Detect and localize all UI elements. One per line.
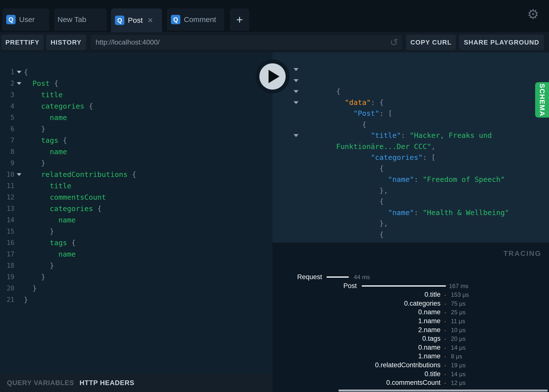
query-badge-icon: Q: [171, 15, 180, 24]
tab-user[interactable]: Q User: [2, 8, 49, 31]
trace-row: 0.relatedContributions - 19 μs: [273, 361, 549, 370]
line-number: 3: [0, 89, 14, 100]
add-tab-button[interactable]: +: [230, 8, 249, 31]
line-number: 19: [0, 271, 14, 283]
horizontal-scrollbar[interactable]: [338, 390, 548, 392]
response-row: },: [273, 163, 549, 174]
trace-label: Request: [273, 273, 322, 282]
fold-column: [14, 112, 24, 123]
collapse-arrow-icon[interactable]: [294, 79, 299, 82]
code-line: 21 }: [0, 294, 273, 305]
share-playground-button[interactable]: SHARE PLAYGROUND: [459, 35, 544, 50]
code-text: }: [24, 294, 28, 305]
collapse-arrow-icon[interactable]: [294, 134, 299, 137]
trace-dash: -: [442, 308, 448, 317]
trace-label: 0.name: [273, 308, 440, 317]
code-line: 10 relatedContributions {: [0, 169, 273, 180]
code-text: name: [24, 248, 76, 260]
code-line: 13 categories {: [0, 203, 273, 214]
trace-label: 1.name: [273, 317, 440, 326]
settings-gear-icon[interactable]: ⚙: [527, 6, 539, 22]
history-button[interactable]: HISTORY: [46, 35, 86, 50]
line-number: 18: [0, 260, 14, 271]
trace-dash: -: [442, 343, 448, 352]
collapse-arrow-icon[interactable]: [294, 68, 299, 71]
response-row: ]: [273, 240, 549, 243]
schema-side-tab-label: SCHEMA: [538, 83, 546, 116]
trace-row: 1.name - 11 μs: [273, 317, 549, 326]
trace-dash: -: [442, 317, 448, 326]
query-variables-tab[interactable]: QUERY VARIABLES: [7, 379, 74, 387]
code-line: 12 commentsCount: [0, 192, 273, 203]
fold-column: [14, 78, 24, 89]
query-editor[interactable]: 1 { 2 Post { 3 title 4 categories {: [0, 52, 273, 374]
trace-row: 0.commentsCount - 12 μs: [273, 378, 549, 387]
fold-column: [14, 283, 24, 294]
tracing-rows: Request 44 ms Post 167 ms 0.title - 153 …: [273, 273, 549, 387]
line-number: 17: [0, 248, 14, 260]
collapse-arrow-icon[interactable]: [294, 101, 299, 104]
copy-curl-button[interactable]: COPY CURL: [406, 35, 456, 50]
code-line: 16 tags {: [0, 237, 273, 248]
trace-dash: -: [442, 334, 448, 343]
response-viewer: { "data": { "Post": [ { "title": "Ha: [273, 52, 549, 243]
tab-label: Post: [128, 16, 143, 24]
query-badge-icon: Q: [115, 16, 124, 25]
prettify-button[interactable]: PRETTIFY: [1, 35, 44, 50]
code-line: 7 tags {: [0, 135, 273, 146]
plus-icon: +: [236, 14, 243, 25]
close-icon[interactable]: ×: [148, 16, 153, 25]
code-text: relatedContributions {: [24, 169, 136, 180]
trace-duration: 75 μs: [451, 299, 466, 308]
fold-column: [14, 100, 24, 112]
code-line: 6 }: [0, 123, 273, 135]
trace-dash: -: [442, 290, 448, 299]
line-number: 15: [0, 226, 14, 237]
trace-row: 0.name - 14 μs: [273, 343, 549, 352]
trace-label: 0.relatedContributions: [273, 361, 440, 370]
trace-label: 1.name: [273, 352, 440, 361]
fold-column: [14, 157, 24, 169]
fold-arrow-icon[interactable]: [17, 71, 21, 74]
trace-dash: -: [442, 370, 448, 379]
line-number: 7: [0, 135, 14, 146]
endpoint-url-input[interactable]: http://localhost:4000/ ↺: [90, 34, 403, 50]
trace-duration: 44 ms: [354, 273, 370, 282]
tab-new-tab[interactable]: New Tab: [54, 8, 107, 31]
tab-post[interactable]: Q Post ×: [111, 8, 162, 32]
reload-icon[interactable]: ↺: [390, 37, 398, 47]
code-text: {: [24, 66, 28, 78]
code-text: tags {: [24, 135, 67, 146]
fold-arrow-icon[interactable]: [17, 173, 21, 176]
trace-duration: 14 μs: [451, 370, 466, 379]
code-text: name: [24, 214, 76, 226]
response-row: "categories": [: [273, 130, 549, 141]
line-number: 11: [0, 180, 14, 192]
collapse-arrow-icon[interactable]: [294, 90, 299, 93]
line-number: 6: [0, 123, 14, 135]
fold-column: [14, 237, 24, 248]
code-text: name: [24, 146, 67, 157]
fold-column: [14, 248, 24, 260]
tab-comment[interactable]: Q Comment: [167, 8, 224, 31]
tab-label: Comment: [184, 15, 216, 24]
fold-arrow-icon[interactable]: [17, 82, 21, 85]
response-row: "title": "Hacker, Freaks und: [273, 108, 549, 119]
tab-label: User: [19, 15, 35, 24]
trace-label: 2.name: [273, 326, 440, 335]
execute-button[interactable]: [255, 59, 290, 94]
trace-row: 0.title - 153 μs: [273, 290, 549, 299]
trace-label: 0.categories: [273, 299, 440, 308]
trace-row: 0.title - 14 μs: [273, 370, 549, 379]
schema-side-tab[interactable]: SCHEMA: [535, 82, 549, 118]
trace-duration: 11 μs: [451, 317, 465, 326]
response-row: "Post": [: [273, 86, 549, 97]
code-text: Post {: [24, 78, 58, 89]
trace-bar: [327, 276, 349, 278]
line-number: 16: [0, 237, 14, 248]
http-headers-tab[interactable]: HTTP HEADERS: [80, 379, 135, 387]
fold-column: [14, 260, 24, 271]
execute-button-circle: [259, 63, 286, 90]
response-row: Funktionäre...Der CCC",: [273, 119, 549, 130]
trace-dash: -: [442, 299, 448, 308]
